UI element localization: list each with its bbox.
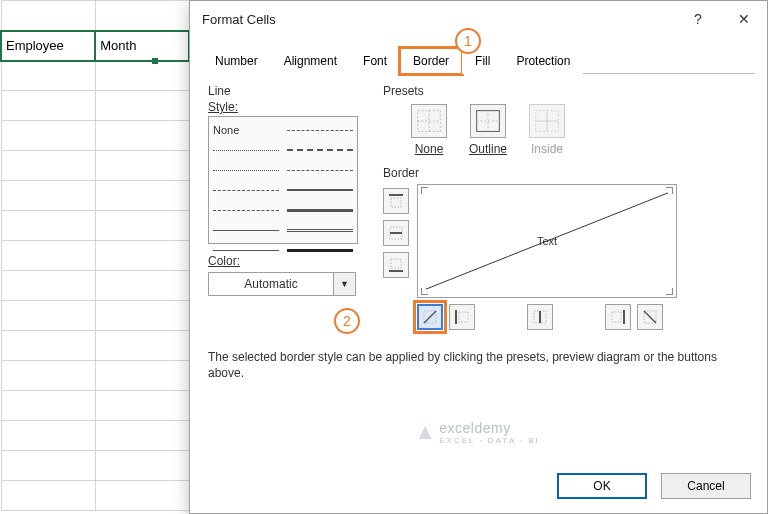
cell-b2[interactable]: Month xyxy=(95,31,189,61)
tab-border[interactable]: Border xyxy=(400,48,462,74)
line-style-list[interactable]: None xyxy=(208,116,358,244)
tab-protection[interactable]: Protection xyxy=(503,48,583,74)
style-opt[interactable] xyxy=(287,201,353,219)
color-combobox[interactable]: Automatic xyxy=(208,272,334,296)
preset-none-label: None xyxy=(415,142,444,156)
border-diagonal-down-button[interactable] xyxy=(637,304,663,330)
color-dropdown-button[interactable]: ▼ xyxy=(334,272,356,296)
svg-rect-10 xyxy=(391,198,401,207)
close-button[interactable]: ✕ xyxy=(721,4,767,34)
border-vmiddle-button[interactable] xyxy=(527,304,553,330)
callout-annotation: 1 xyxy=(455,28,481,54)
preset-inside-button xyxy=(529,104,565,138)
watermark-icon xyxy=(417,425,433,441)
style-label: Style: xyxy=(208,100,363,114)
svg-rect-13 xyxy=(391,259,401,268)
tab-font[interactable]: Font xyxy=(350,48,400,74)
cell-a2[interactable]: Employee xyxy=(1,31,95,61)
callout-annotation: 2 xyxy=(334,308,360,334)
border-right-button[interactable] xyxy=(605,304,631,330)
preset-outline-label: Outline xyxy=(469,142,507,156)
watermark-brand: exceldemy xyxy=(439,420,540,436)
style-opt[interactable] xyxy=(213,141,279,159)
preview-text: Text xyxy=(537,235,557,247)
style-opt[interactable] xyxy=(287,181,353,199)
style-opt[interactable] xyxy=(287,221,353,239)
style-none[interactable]: None xyxy=(213,121,279,139)
watermark: exceldemy EXCEL · DATA · BI xyxy=(417,420,540,445)
dialog-footer: OK Cancel xyxy=(190,463,767,513)
tab-number[interactable]: Number xyxy=(202,48,271,74)
style-opt[interactable] xyxy=(213,201,279,219)
border-section-label: Border xyxy=(383,166,749,180)
spreadsheet-backdrop: EmployeeMonth xyxy=(0,0,190,514)
preset-inside-label: Inside xyxy=(531,142,563,156)
watermark-tag: EXCEL · DATA · BI xyxy=(439,436,540,445)
tab-alignment[interactable]: Alignment xyxy=(271,48,350,74)
style-opt[interactable] xyxy=(213,161,279,179)
border-diagonal-up-button[interactable] xyxy=(417,304,443,330)
border-top-button[interactable] xyxy=(383,188,409,214)
line-group-label: Line xyxy=(208,84,363,98)
dialog-title: Format Cells xyxy=(202,12,675,27)
preset-outline-button[interactable] xyxy=(470,104,506,138)
svg-line-25 xyxy=(644,311,656,323)
border-left-button[interactable] xyxy=(449,304,475,330)
svg-rect-22 xyxy=(612,312,621,322)
format-cells-dialog: Format Cells ? ✕ Number Alignment Font B… xyxy=(189,0,768,514)
style-opt[interactable] xyxy=(213,181,279,199)
border-preview[interactable]: Text xyxy=(417,184,677,298)
style-opt[interactable] xyxy=(287,141,353,159)
style-opt[interactable] xyxy=(287,241,353,259)
style-opt[interactable] xyxy=(287,121,353,139)
svg-rect-19 xyxy=(459,312,468,322)
presets-label: Presets xyxy=(383,84,749,98)
cancel-button[interactable]: Cancel xyxy=(661,473,751,499)
border-hmiddle-button[interactable] xyxy=(383,220,409,246)
hint-text: The selected border style can be applied… xyxy=(208,350,749,381)
style-opt[interactable] xyxy=(213,221,279,239)
preset-none-button[interactable] xyxy=(411,104,447,138)
help-button[interactable]: ? xyxy=(675,4,721,34)
ok-button[interactable]: OK xyxy=(557,473,647,499)
style-opt[interactable] xyxy=(287,161,353,179)
svg-line-17 xyxy=(424,311,436,323)
titlebar: Format Cells ? ✕ xyxy=(190,1,767,37)
dialog-body: Line Style: None xyxy=(190,74,767,463)
selection-handle[interactable] xyxy=(152,58,158,64)
border-bottom-button[interactable] xyxy=(383,252,409,278)
tab-strip: Number Alignment Font Border Fill Protec… xyxy=(202,47,755,74)
